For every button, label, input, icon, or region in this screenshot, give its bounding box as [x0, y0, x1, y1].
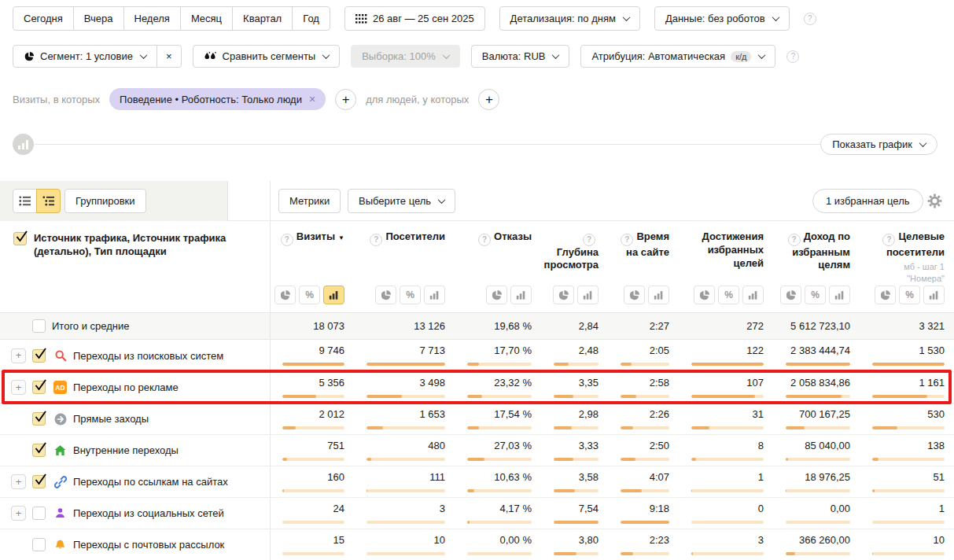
metric-value: 85 040,00 [805, 440, 850, 452]
metric-column-header[interactable]: ?Посетители% [354, 221, 455, 312]
row-checkbox[interactable] [32, 319, 46, 333]
metric-value: 2:50 [650, 440, 669, 452]
bar-toggle[interactable] [510, 286, 532, 304]
view-toggle [13, 189, 61, 213]
metric-cell: 9 746 [270, 340, 354, 371]
metric-value: 17,70 % [494, 344, 532, 357]
help-icon[interactable]: ? [583, 234, 595, 246]
show-chart-button[interactable]: Показать график [820, 134, 937, 155]
row-label[interactable]: Переходы по ссылкам на сайтах [73, 476, 228, 488]
bar-toggle[interactable] [424, 286, 445, 304]
currency-dropdown[interactable]: Валюта: RUB [471, 45, 570, 68]
sampling-dropdown[interactable]: Выборка: 100% [351, 45, 460, 68]
filter-bar: Визиты, в которых Поведение • Роботность… [13, 88, 499, 110]
compare-segments-dropdown[interactable]: Сравнить сегменты [193, 45, 341, 68]
period-button[interactable]: Год [292, 6, 330, 31]
add-people-condition-button[interactable]: + [478, 89, 499, 110]
row-label[interactable]: Внутренние переходы [73, 444, 179, 456]
list-view-button[interactable] [13, 189, 37, 213]
help-icon[interactable]: ? [786, 50, 799, 63]
metric-column-header[interactable]: ?Отказы [455, 221, 541, 312]
pie-toggle[interactable] [553, 286, 574, 304]
attribution-dropdown[interactable]: Атрибуция: Автоматическая к/д [580, 45, 775, 68]
row-label[interactable]: Переходы по рекламе [73, 381, 179, 393]
pie-toggle[interactable] [875, 286, 896, 304]
help-icon[interactable]: ? [621, 234, 633, 246]
row-checkbox[interactable] [32, 475, 46, 488]
row-label[interactable]: Прямые заходы [73, 413, 149, 425]
bar-toggle[interactable] [648, 286, 669, 304]
row-checkbox[interactable] [32, 412, 46, 426]
bar-toggle[interactable] [742, 286, 764, 304]
favorite-goal-button[interactable]: 1 избранная цель [812, 189, 923, 213]
metric-value: 10,63 % [494, 471, 532, 484]
metric-column-header[interactable]: ?Время на сайте [608, 221, 679, 312]
help-icon[interactable]: ? [370, 234, 382, 246]
pie-toggle[interactable] [780, 286, 801, 304]
percent-toggle[interactable]: % [899, 286, 920, 304]
row-checkbox[interactable] [32, 507, 46, 520]
pie-toggle[interactable] [624, 286, 645, 304]
segment-clear-button[interactable]: × [157, 45, 182, 68]
gear-icon[interactable] [926, 193, 943, 212]
metric-cell: 751 [270, 435, 354, 466]
expand-button[interactable]: + [11, 380, 26, 395]
segment-dropdown[interactable]: Сегмент: 1 условие [13, 45, 157, 68]
help-icon[interactable]: ? [788, 234, 801, 246]
metric-value: 1 [758, 471, 764, 484]
metric-column-header[interactable]: ?Целевые посетителимб - шаг 1 "Номера"% [860, 221, 954, 312]
segment-condition-chip[interactable]: Поведение • Роботность: Только люди × [109, 88, 326, 110]
metric-column-header[interactable]: ?Доход по избранным целям% [773, 221, 860, 312]
pie-toggle[interactable] [694, 286, 715, 304]
row-label[interactable]: Переходы из поисковых систем [73, 350, 223, 362]
help-icon[interactable]: ? [281, 234, 293, 246]
percent-toggle[interactable]: % [299, 286, 320, 304]
pie-toggle[interactable] [486, 286, 507, 304]
help-icon[interactable]: ? [478, 234, 491, 246]
row-checkbox[interactable] [32, 444, 46, 457]
row-label[interactable]: Переходы с почтовых рассылок [73, 539, 224, 551]
pie-toggle[interactable] [375, 286, 396, 304]
help-icon[interactable]: ? [882, 234, 895, 246]
period-button[interactable]: Неделя [123, 6, 181, 31]
bar-toggle[interactable] [829, 286, 850, 304]
select-all-checkbox[interactable] [13, 232, 27, 245]
metrics-button[interactable]: Метрики [278, 189, 341, 213]
attribution-badge: к/д [731, 51, 751, 62]
choose-goal-dropdown[interactable]: Выберите цель [348, 189, 455, 213]
detail-dropdown[interactable]: Детализация: по дням [499, 6, 640, 31]
data-mode-dropdown[interactable]: Данные: без роботов [654, 6, 790, 31]
period-button[interactable]: Месяц [180, 6, 233, 31]
percent-toggle[interactable]: % [805, 286, 826, 304]
pie-toggle[interactable] [274, 286, 296, 304]
row-label[interactable]: Переходы из социальных сетей [73, 507, 224, 519]
expand-button[interactable]: + [11, 474, 26, 489]
percent-toggle[interactable]: % [718, 286, 739, 304]
metric-bar [872, 521, 945, 524]
metric-column-header[interactable]: Достижения избранных целей% [679, 221, 773, 312]
percent-toggle[interactable]: % [400, 286, 421, 304]
row-checkbox[interactable] [32, 538, 46, 551]
add-visit-condition-button[interactable]: + [335, 89, 356, 110]
period-button[interactable]: Вчера [73, 6, 124, 31]
row-checkbox[interactable] [32, 381, 46, 394]
bar-toggle[interactable] [577, 286, 599, 304]
period-button[interactable]: Квартал [232, 6, 293, 31]
expand-button[interactable]: + [11, 348, 26, 363]
help-icon[interactable]: ? [804, 13, 816, 25]
period-button[interactable]: Сегодня [13, 6, 74, 31]
remove-condition-icon[interactable]: × [309, 93, 315, 105]
expand-button[interactable]: + [11, 506, 26, 521]
metric-cell: 2 012 [270, 403, 354, 434]
metric-column-header[interactable]: ?Визиты▼% [270, 221, 354, 312]
tree-view-button[interactable] [36, 189, 61, 213]
bar-toggle[interactable] [323, 286, 344, 304]
metric-column-header[interactable]: ?Глубина просмотра [541, 221, 608, 312]
divider [35, 144, 831, 145]
metric-value: 111 [429, 471, 445, 484]
date-range-button[interactable]: 26 авг — 25 сен 2025 [344, 6, 485, 31]
row-checkbox[interactable] [32, 349, 46, 363]
groupings-button[interactable]: Группировки [64, 189, 146, 213]
bar-toggle[interactable] [923, 286, 945, 304]
metric-value: 1 530 [919, 344, 945, 357]
